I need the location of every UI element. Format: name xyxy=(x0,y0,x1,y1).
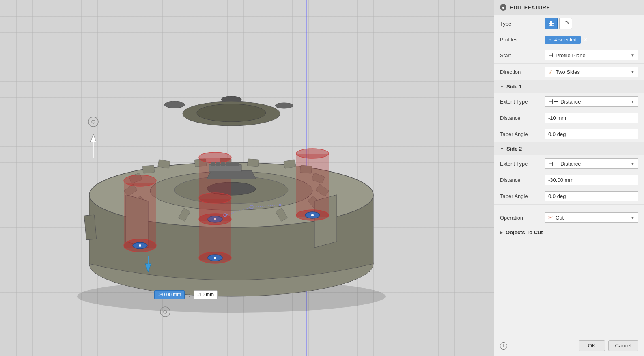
objects-to-cut-row[interactable]: ▶ Objects To Cut xyxy=(494,226,644,239)
side2-extent-type-label: Extent Type xyxy=(500,161,545,167)
ok-button[interactable]: OK xyxy=(579,340,605,351)
measurement-box: -30.00 mm ⋮ -10 mm ⋮ xyxy=(154,290,225,299)
side1-extent-dropdown-arrow: ▼ xyxy=(631,99,635,104)
operation-control: ✂ Cut ▼ xyxy=(545,212,638,223)
start-control: ⊣ Profile Plane ▼ xyxy=(545,50,638,60)
side2-extent-dropdown-arrow: ▼ xyxy=(631,162,635,166)
start-dropdown-icon: ⊣ xyxy=(548,52,553,58)
side1-distance-control xyxy=(545,113,638,123)
panel-body: Type P xyxy=(494,15,644,335)
svg-point-46 xyxy=(279,204,281,206)
side2-collapse-icon: ▼ xyxy=(500,147,504,151)
side1-extent-type-label: Extent Type xyxy=(500,99,545,105)
side1-extent-type-dropdown[interactable]: ⊣⊢ Distance ▼ xyxy=(545,96,638,107)
svg-point-29 xyxy=(199,152,231,163)
side2-extent-type-dropdown[interactable]: ⊣⊢ Distance ▼ xyxy=(545,158,638,169)
svg-rect-17 xyxy=(247,159,259,167)
side1-taper-input[interactable] xyxy=(545,129,638,139)
side1-header-label: Side 1 xyxy=(506,84,522,90)
side2-taper-input[interactable] xyxy=(545,191,638,201)
side1-extent-type-row: Extent Type ⊣⊢ Distance ▼ xyxy=(494,93,644,110)
side2-section-header[interactable]: ▼ Side 2 xyxy=(494,142,644,155)
side2-distance-row: Distance xyxy=(494,172,644,188)
side1-distance-input[interactable] xyxy=(545,113,638,123)
side1-distance-row: Distance xyxy=(494,110,644,126)
start-dropdown[interactable]: ⊣ Profile Plane ▼ xyxy=(545,50,638,60)
panel-header: ● EDIT FEATURE xyxy=(494,0,644,15)
profiles-label: Profiles xyxy=(500,37,545,43)
side2-extent-type-control: ⊣⊢ Distance ▼ xyxy=(545,158,638,169)
svg-rect-69 xyxy=(549,25,554,26)
svg-rect-63 xyxy=(230,162,235,166)
profiles-selected-badge[interactable]: ↖ 4 selected xyxy=(545,36,581,44)
side1-taper-row: Taper Angle xyxy=(494,126,644,142)
side2-header-label: Side 2 xyxy=(506,146,522,152)
3d-viewport[interactable]: -30.00 mm ⋮ -10 mm ⋮ xyxy=(0,0,494,356)
operation-dropdown[interactable]: ✂ Cut ▼ xyxy=(545,212,638,223)
svg-point-55 xyxy=(164,101,185,108)
svg-point-50 xyxy=(92,120,95,123)
measure-dots-1[interactable]: ⋮ xyxy=(186,291,192,298)
cancel-button[interactable]: Cancel xyxy=(608,340,638,351)
type-row: Type xyxy=(494,15,644,32)
type-control xyxy=(545,18,638,29)
objects-to-cut-label: Objects To Cut xyxy=(506,229,543,235)
direction-label: Direction xyxy=(500,69,545,75)
side1-extent-type-value: Distance xyxy=(560,99,581,105)
type-btn-extrude[interactable] xyxy=(545,18,558,29)
type-label: Type xyxy=(500,21,545,27)
side2-taper-label: Taper Angle xyxy=(500,193,545,199)
measure-value-2: -10 mm xyxy=(197,292,214,298)
type-btn-revolve[interactable] xyxy=(559,18,572,29)
side2-extent-type-row: Extent Type ⊣⊢ Distance ▼ xyxy=(494,155,644,172)
svg-rect-61 xyxy=(221,162,225,166)
svg-rect-12 xyxy=(142,165,154,173)
svg-point-34 xyxy=(296,149,329,158)
profiles-control: ↖ 4 selected ✕ xyxy=(545,36,638,44)
measure-label-2[interactable]: -10 mm xyxy=(194,290,218,299)
svg-rect-23 xyxy=(124,183,156,248)
svg-point-36 xyxy=(311,214,314,216)
svg-point-57 xyxy=(275,103,293,108)
operation-label: Operation xyxy=(500,215,545,221)
side1-extent-icon: ⊣⊢ xyxy=(548,98,558,105)
panel-header-icon: ● xyxy=(500,4,506,11)
side1-section-header[interactable]: ▼ Side 1 xyxy=(494,80,644,93)
direction-dropdown[interactable]: ⤢ Two Sides ▼ xyxy=(545,67,638,77)
start-label: Start xyxy=(500,52,545,58)
start-row: Start ⊣ Profile Plane ▼ xyxy=(494,47,644,64)
svg-rect-70 xyxy=(564,23,564,26)
profiles-clear-btn[interactable]: ✕ xyxy=(583,37,588,43)
operation-dropdown-icon: ✂ xyxy=(548,214,553,221)
direction-control: ⤢ Two Sides ▼ xyxy=(545,67,638,77)
side1-taper-label: Taper Angle xyxy=(500,131,545,137)
spacer xyxy=(494,205,644,209)
panel-footer: i OK Cancel xyxy=(494,335,644,356)
measure-label-1[interactable]: -30.00 mm xyxy=(154,290,185,299)
footer-left: i xyxy=(500,342,507,350)
edit-feature-panel: ● EDIT FEATURE Type xyxy=(494,0,644,356)
direction-dropdown-arrow: ▼ xyxy=(631,70,635,74)
svg-point-26 xyxy=(139,244,141,247)
3d-model xyxy=(32,20,418,317)
side2-taper-row: Taper Angle xyxy=(494,188,644,205)
profiles-row: Profiles ↖ 4 selected ✕ xyxy=(494,32,644,47)
svg-rect-64 xyxy=(235,162,239,166)
side2-distance-input[interactable] xyxy=(545,175,638,185)
svg-point-39 xyxy=(199,193,231,203)
measure-dots-2[interactable]: ⋮ xyxy=(219,291,225,298)
objects-expand-icon: ▶ xyxy=(500,230,503,235)
svg-point-24 xyxy=(124,175,156,186)
cursor-icon: ↖ xyxy=(549,37,552,42)
side1-extent-type-control: ⊣⊢ Distance ▼ xyxy=(545,96,638,107)
direction-row: Direction ⤢ Two Sides ▼ xyxy=(494,64,644,80)
info-button[interactable]: i xyxy=(500,342,507,350)
svg-point-41 xyxy=(214,257,216,259)
profiles-badge-text: 4 selected xyxy=(554,37,577,43)
operation-row: Operation ✂ Cut ▼ xyxy=(494,209,644,226)
side1-collapse-icon: ▼ xyxy=(500,84,504,89)
side1-taper-control xyxy=(545,129,638,139)
svg-rect-33 xyxy=(296,154,329,217)
direction-dropdown-value: Two Sides xyxy=(556,69,580,75)
side2-extent-type-value: Distance xyxy=(560,161,581,167)
